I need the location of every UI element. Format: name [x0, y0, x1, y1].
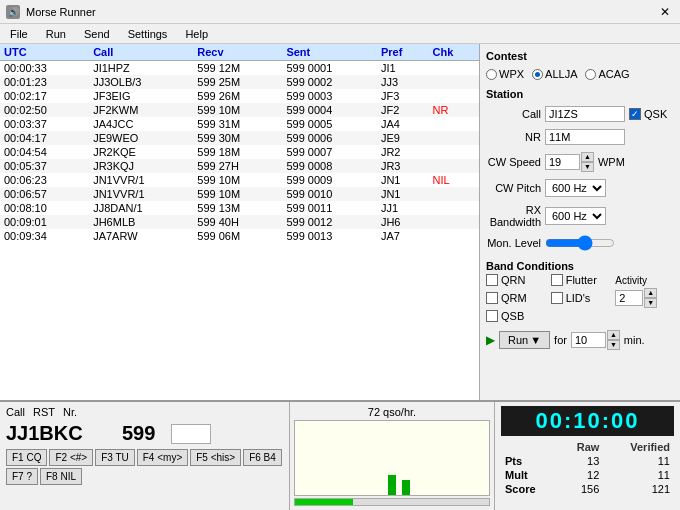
table-cell-chk [428, 61, 479, 76]
col-call[interactable]: Call [89, 44, 193, 61]
band-conditions-label: Band Conditions [486, 260, 674, 272]
table-cell-recv: 599 12M [193, 61, 282, 76]
table-row: 00:04:54JR2KQE599 18M599 0007JR2 [0, 145, 479, 159]
run-dropdown-arrow[interactable]: ▼ [530, 334, 541, 346]
nr-row: NR [486, 129, 674, 145]
table-row: 00:00:33JI1HPZ599 12M599 0001JI1 [0, 61, 479, 76]
run-time-up[interactable]: ▲ [607, 330, 620, 340]
call-input[interactable] [545, 106, 625, 122]
table-cell-sent: 599 0009 [282, 173, 377, 187]
run-time-input[interactable] [571, 332, 606, 348]
fn1-cq[interactable]: F1 CQ [6, 449, 47, 466]
run-button[interactable]: Run ▼ [499, 331, 550, 349]
table-cell-pref: JE9 [377, 131, 429, 145]
table-cell-call: JH6MLB [89, 215, 193, 229]
col-sent[interactable]: Sent [282, 44, 377, 61]
fn8-nil[interactable]: F8 NIL [40, 468, 82, 485]
qrn-item[interactable]: QRN [486, 274, 545, 286]
score-table: Raw Verified Pts1311Mult1211Score156121 [501, 440, 674, 496]
table-cell-utc: 00:02:50 [0, 103, 89, 117]
score-row-raw: 13 [558, 454, 603, 468]
table-cell-call: JJ8DAN/1 [89, 201, 193, 215]
table-cell-call: JA7ARW [89, 229, 193, 243]
waterfall-area[interactable] [294, 420, 490, 496]
for-label: for [554, 334, 567, 346]
col-chk[interactable]: Chk [428, 44, 479, 61]
cw-pitch-label: CW Pitch [486, 182, 541, 194]
qrn-checkbox [486, 274, 498, 286]
fn7-q[interactable]: F7 ? [6, 468, 38, 485]
mode-wpx[interactable]: WPX [486, 68, 524, 80]
menu-help[interactable]: Help [179, 27, 214, 41]
table-cell-pref: JH6 [377, 215, 429, 229]
close-button[interactable]: ✕ [656, 5, 674, 19]
table-cell-utc: 00:09:34 [0, 229, 89, 243]
table-cell-chk [428, 145, 479, 159]
cw-speed-up[interactable]: ▲ [581, 152, 594, 162]
bottom-rst-label: RST [33, 406, 55, 418]
rx-bw-select[interactable]: 600 Hz 500 Hz [545, 207, 606, 225]
table-cell-pref: JF2 [377, 103, 429, 117]
nr-input[interactable] [545, 129, 625, 145]
flutter-item[interactable]: Flutter [551, 274, 610, 286]
run-time-spinner: ▲ ▼ [571, 330, 620, 350]
activity-down[interactable]: ▼ [644, 298, 657, 308]
table-row: 00:03:37JA4JCC599 31M599 0005JA4 [0, 117, 479, 131]
table-cell-chk [428, 229, 479, 243]
run-label: Run [508, 334, 528, 346]
bottom-call-value: JJ1BKC [6, 422, 106, 445]
cw-speed-down[interactable]: ▼ [581, 162, 594, 172]
contest-label: Contest [486, 50, 674, 62]
table-cell-recv: 599 13M [193, 201, 282, 215]
fn6-b4[interactable]: F6 B4 [243, 449, 282, 466]
table-cell-call: JN1VVR/1 [89, 187, 193, 201]
score-tbody: Pts1311Mult1211Score156121 [501, 454, 674, 496]
call-label: Call [486, 108, 541, 120]
table-cell-call: JI1HPZ [89, 61, 193, 76]
activity-input[interactable] [615, 290, 643, 306]
table-cell-call: JA4JCC [89, 117, 193, 131]
qrm-item[interactable]: QRM [486, 288, 545, 308]
fn4-my[interactable]: F4 <my> [137, 449, 188, 466]
table-cell-pref: JA7 [377, 229, 429, 243]
bottom-nr-input[interactable] [171, 424, 211, 444]
qsb-item[interactable]: QSB [486, 310, 545, 322]
menu-run[interactable]: Run [40, 27, 72, 41]
table-cell-utc: 00:02:17 [0, 89, 89, 103]
score-row-verified: 121 [603, 482, 674, 496]
col-recv[interactable]: Recv [193, 44, 282, 61]
table-cell-call: JR3KQJ [89, 159, 193, 173]
cw-speed-row: CW Speed ▲ ▼ WPM [486, 152, 674, 172]
activity-up[interactable]: ▲ [644, 288, 657, 298]
table-cell-sent: 599 0007 [282, 145, 377, 159]
table-cell-sent: 599 0012 [282, 215, 377, 229]
table-cell-utc: 00:04:17 [0, 131, 89, 145]
menu-file[interactable]: File [4, 27, 34, 41]
table-cell-call: JJ3OLB/3 [89, 75, 193, 89]
run-time-down[interactable]: ▼ [607, 340, 620, 350]
fn3-tu[interactable]: F3 TU [95, 449, 135, 466]
mode-acag[interactable]: ACAG [585, 68, 629, 80]
menu-send[interactable]: Send [78, 27, 116, 41]
fn2-hash[interactable]: F2 <#> [49, 449, 93, 466]
mon-level-slider[interactable] [545, 235, 615, 251]
cw-pitch-select[interactable]: 600 Hz 700 Hz 800 Hz [545, 179, 606, 197]
col-utc[interactable]: UTC [0, 44, 89, 61]
mode-wpx-label: WPX [499, 68, 524, 80]
cw-speed-input[interactable] [545, 154, 580, 170]
table-cell-pref: JR3 [377, 159, 429, 173]
fn5-his[interactable]: F5 <his> [190, 449, 241, 466]
lids-item[interactable]: LID's [551, 288, 610, 308]
nr-label: NR [486, 131, 541, 143]
qsk-checkbox-item[interactable]: ✓ QSK [629, 108, 667, 120]
table-cell-call: JF3EIG [89, 89, 193, 103]
menu-settings[interactable]: Settings [122, 27, 174, 41]
col-pref[interactable]: Pref [377, 44, 429, 61]
qsb-checkbox [486, 310, 498, 322]
mon-level-row: Mon. Level [486, 235, 674, 251]
min-label: min. [624, 334, 645, 346]
table-cell-recv: 599 06M [193, 229, 282, 243]
mode-allja[interactable]: ALLJA [532, 68, 577, 80]
flutter-checkbox [551, 274, 563, 286]
activity-label: Activity [615, 275, 647, 286]
